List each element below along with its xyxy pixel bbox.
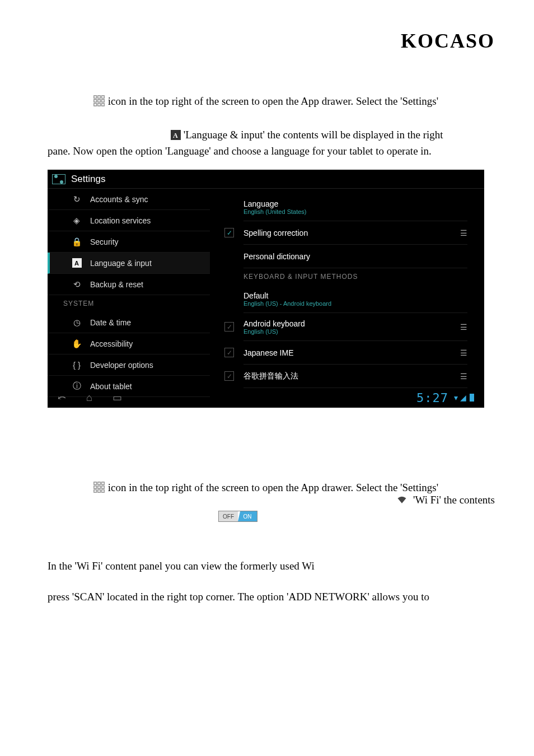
sidebar-item-backup[interactable]: ⟲Backup & reset	[48, 274, 210, 295]
svg-rect-8	[102, 104, 105, 106]
wifi-status-icon: ▾	[454, 393, 458, 402]
sidebar-label: Developer options	[90, 361, 153, 370]
back-icon[interactable]: ⤺	[58, 391, 66, 404]
a-icon: A	[71, 258, 82, 268]
default-title: Default	[243, 291, 331, 300]
content-header-keyboard: KEYBOARD & INPUT METHODS	[243, 268, 467, 285]
p3b-text: 'Wi Fi' the contents	[410, 494, 495, 506]
settings-sidebar: ↻Accounts & sync ◈Location services 🔒Sec…	[48, 189, 210, 388]
svg-rect-11	[102, 482, 105, 485]
settings-icon	[52, 174, 65, 184]
android-kb-title: Android keyboard	[243, 319, 305, 328]
row-spelling[interactable]: ✓ Spelling correction ☰	[243, 221, 467, 245]
sidebar-label: About tablet	[90, 382, 132, 391]
svg-rect-6	[94, 104, 97, 106]
screenshot-title: Settings	[71, 174, 105, 185]
language-sub: English (United States)	[243, 208, 307, 215]
clock-icon: ◷	[71, 318, 82, 328]
sidebar-item-developer[interactable]: { }Developer options	[48, 354, 210, 376]
home-icon[interactable]: ⌂	[86, 392, 92, 404]
p2b-text: pane. Now open the option 'Language' and…	[48, 145, 432, 157]
sidebar-item-location[interactable]: ◈Location services	[48, 210, 210, 231]
sliders-icon[interactable]: ☰	[460, 228, 467, 237]
paragraph-2: 'Language & input' the contents will be …	[48, 127, 495, 160]
lock-icon: 🔒	[71, 237, 82, 247]
sliders-icon[interactable]: ☰	[460, 323, 467, 332]
svg-rect-15	[94, 490, 97, 493]
sidebar-item-about[interactable]: ⓘAbout tablet	[48, 376, 210, 397]
spelling-label: Spelling correction	[243, 228, 308, 237]
default-sub: English (US) - Android keyboard	[243, 300, 331, 307]
sidebar-label: Backup & reset	[90, 280, 143, 289]
svg-rect-13	[98, 486, 101, 489]
paragraph-1: icon in the top right of the screen to o…	[93, 92, 502, 109]
checkbox-icon[interactable]: ✓	[224, 228, 234, 237]
p1-text: icon in the top right of the screen to o…	[105, 95, 438, 107]
paragraph-3b: 'Wi Fi' the contents	[397, 494, 495, 506]
paragraph-4: In the 'Wi Fi' content panel you can vie…	[48, 560, 315, 572]
sidebar-item-accessibility[interactable]: ✋Accessibility	[48, 333, 210, 354]
svg-rect-3	[94, 100, 97, 102]
screenshot-titlebar: Settings	[48, 170, 484, 189]
sliders-icon[interactable]: ☰	[460, 372, 467, 381]
row-language[interactable]: Language English (United States)	[243, 193, 467, 221]
sidebar-label: Language & input	[90, 259, 152, 268]
svg-rect-17	[102, 490, 105, 493]
settings-screenshot: Settings ↻Accounts & sync ◈Location serv…	[48, 170, 484, 408]
svg-rect-14	[102, 486, 105, 489]
sidebar-label: Accessibility	[90, 339, 133, 348]
sidebar-label: Location services	[90, 216, 151, 225]
backup-icon: ⟲	[71, 279, 82, 290]
sidebar-label: Accounts & sync	[90, 195, 148, 204]
android-kb-sub: English (US)	[243, 328, 305, 335]
checkbox-icon[interactable]: ✓	[224, 348, 234, 357]
status-clock: 5:27	[416, 391, 448, 405]
language-title: Language	[243, 199, 307, 208]
checkbox-icon[interactable]: ✓	[224, 371, 234, 381]
app-drawer-icon	[93, 481, 105, 493]
svg-rect-9	[94, 482, 97, 485]
sliders-icon[interactable]: ☰	[460, 348, 467, 357]
row-default[interactable]: Default English (US) - Android keyboard	[243, 285, 467, 313]
settings-content: Language English (United States) ✓ Spell…	[210, 189, 484, 388]
row-chinese[interactable]: ✓ 谷歌拼音输入法 ☰	[243, 365, 467, 388]
row-japanese[interactable]: ✓ Japanese IME ☰	[243, 341, 467, 365]
hand-icon: ✋	[71, 339, 82, 349]
row-dictionary[interactable]: Personal dictionary	[243, 245, 467, 268]
svg-rect-1	[98, 96, 101, 99]
sidebar-header-system: SYSTEM	[48, 295, 210, 312]
p3-text: icon in the top right of the screen to o…	[105, 482, 438, 493]
sidebar-item-security[interactable]: 🔒Security	[48, 231, 210, 253]
braces-icon: { }	[71, 360, 82, 370]
svg-rect-5	[102, 100, 105, 102]
jp-label: Japanese IME	[243, 348, 294, 357]
wifi-icon	[397, 494, 407, 506]
location-icon: ◈	[71, 216, 82, 226]
svg-rect-0	[94, 96, 97, 99]
sidebar-label: Date & time	[90, 318, 131, 327]
sidebar-item-datetime[interactable]: ◷Date & time	[48, 312, 210, 333]
info-icon: ⓘ	[71, 381, 82, 391]
language-input-icon	[171, 130, 181, 140]
svg-rect-16	[98, 490, 101, 493]
svg-rect-4	[98, 100, 101, 102]
paragraph-5: press 'SCAN' located in the right top co…	[48, 591, 429, 603]
svg-rect-12	[94, 486, 97, 489]
sidebar-item-language[interactable]: ALanguage & input	[48, 253, 210, 274]
app-drawer-icon	[93, 95, 105, 107]
brand-logo: KOCASO	[401, 29, 495, 53]
recent-icon[interactable]: ▭	[113, 391, 122, 404]
svg-rect-7	[98, 104, 101, 106]
checkbox-icon[interactable]: ✓	[224, 322, 234, 332]
toggle-off: OFF	[219, 511, 238, 521]
row-android-kb[interactable]: ✓ Android keyboard English (US) ☰	[243, 313, 467, 341]
paragraph-3: icon in the top right of the screen to o…	[93, 479, 502, 496]
svg-rect-10	[98, 482, 101, 485]
svg-rect-2	[102, 96, 105, 99]
sync-icon: ↻	[71, 194, 82, 204]
wifi-toggle[interactable]: OFF ON	[218, 511, 257, 522]
sidebar-item-accounts[interactable]: ↻Accounts & sync	[48, 189, 210, 210]
cn-label: 谷歌拼音输入法	[243, 371, 298, 381]
battery-status-icon	[470, 394, 474, 402]
sidebar-label: Security	[90, 237, 119, 246]
